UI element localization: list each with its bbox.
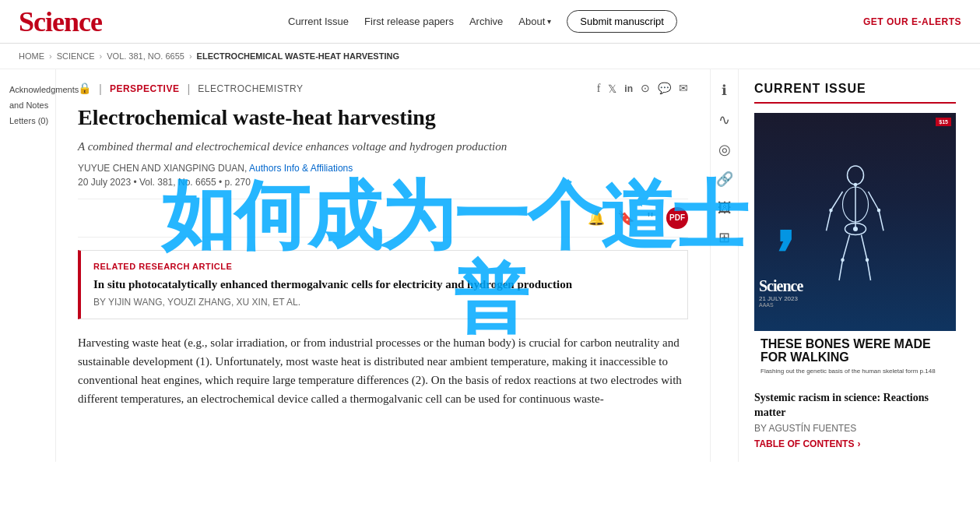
toolbar-table-icon[interactable]: ⊞ [718,229,730,246]
sidebar-article-title[interactable]: Systemic racism in science: Reactions ma… [754,391,956,419]
alert-bell-icon[interactable]: 🔔 [588,209,605,227]
reddit-icon[interactable]: ⊙ [641,82,650,95]
linkedin-icon[interactable]: in [624,83,633,94]
authors-text: YUYUE CHEN AND XIANGPING DUAN, [78,163,247,174]
lock-icon: 🔒 [78,82,91,95]
toc-arrow-icon: › [857,438,860,449]
cover-bottom-section: THESE BONES WERE MADE FOR WALKING Flashi… [754,331,956,382]
site-header: Science Current Issue First release pape… [0,0,980,44]
tag-separator-1: | [99,82,102,95]
alerts-link[interactable]: GET OUR E-ALERTS [863,16,961,27]
toolbar-link-icon[interactable]: 🔗 [716,171,733,188]
right-sidebar: CURRENT ISSUE African researchers teach … [738,69,971,462]
article-title: Electrochemical waste-heat harvesting [78,104,688,131]
chevron-down-icon: ▾ [547,17,551,26]
cover-publisher: AAAS [759,302,803,308]
cover-big-headline: THESE BONES WERE MADE FOR WALKING [760,337,950,364]
breadcrumb-sep-2: › [100,51,103,61]
svg-line-11 [867,260,871,280]
breadcrumb: HOME › SCIENCE › VOL. 381, NO. 6655 › EL… [0,44,980,69]
article-subtitle: A combined thermal and electrochemical d… [78,139,688,155]
social-icons: f 𝕏 in ⊙ 💬 ✉ [597,82,688,95]
svg-point-12 [853,183,857,187]
sidebar-article-byline: BY AGUSTÍN FUENTES [754,423,956,434]
breadcrumb-science[interactable]: SCIENCE [57,51,95,61]
toc-link[interactable]: TABLE OF CONTENTS › [754,438,956,449]
toolbar-info-icon[interactable]: ℹ [722,82,727,99]
breadcrumb-sep-1: › [49,51,52,61]
svg-line-4 [831,192,842,210]
toc-label: TABLE OF CONTENTS [754,438,854,449]
article-meta-line: 20 July 2023 • Vol. 381, No. 6655 • p. 2… [78,177,688,188]
toolbar-image-icon[interactable]: 🖼 [718,200,732,217]
cover-science-logo: Science 21 JULY 2023 AAAS [759,277,803,308]
svg-point-16 [829,209,833,213]
breadcrumb-sep-3: › [189,51,192,61]
magazine-cover[interactable]: African researchers teach AI to speak th… [754,113,956,382]
svg-point-13 [853,227,858,231]
sidebar-letters[interactable]: Letters (0) [9,116,48,125]
breadcrumb-home[interactable]: HOME [19,51,44,61]
svg-line-5 [826,210,831,231]
related-authors: BY YIJIN WANG, YOUZI ZHANG, XU XIN, ET A… [93,297,675,308]
svg-point-0 [847,166,863,185]
main-nav: Current Issue First release papers Archi… [288,10,677,33]
article-body: Harvesting waste heat (e.g., solar irrad… [78,333,688,408]
nav-first-release[interactable]: First release papers [364,16,454,27]
nav-about-dropdown[interactable]: About ▾ [518,16,551,27]
article-actions-bar: 🔔 🔖 " PDF [78,199,688,238]
svg-point-15 [865,258,869,262]
svg-line-8 [842,234,849,259]
left-sidebar: Acknowledgments and Notes Letters (0) [0,69,56,462]
cover-image-area: Science 21 JULY 2023 AAAS $15 [754,113,956,331]
svg-line-10 [861,234,867,259]
svg-line-7 [879,210,883,231]
facebook-icon[interactable]: f [597,83,601,95]
breadcrumb-vol[interactable]: VOL. 381, NO. 6655 [107,51,184,61]
cover-logo-text: Science [759,277,803,295]
email-icon[interactable]: ✉ [679,82,688,95]
submit-manuscript-button[interactable]: Submit manuscript [567,10,677,33]
cover-date: 21 JULY 2023 [759,295,803,302]
body-paragraph-1: Harvesting waste heat (e.g., solar irrad… [78,333,688,408]
svg-point-17 [876,209,880,213]
nav-about-label: About [518,16,545,27]
site-logo[interactable]: Science [19,5,102,38]
tag-separator-2: | [187,82,190,95]
skeleton-svg [820,160,890,284]
nav-archive[interactable]: Archive [469,16,503,27]
pdf-label: PDF [669,213,685,222]
right-toolbar: ℹ ∿ ◎ 🔗 🖼 ⊞ [710,69,738,462]
related-article-box: RELATED RESEARCH ARTICLE In situ photoca… [78,250,688,320]
wechat-icon[interactable]: 💬 [658,82,671,95]
authors-info-link[interactable]: Authors Info & Affiliations [249,163,353,174]
pdf-button[interactable]: PDF [666,207,688,229]
toolbar-chart-icon[interactable]: ∿ [718,111,730,128]
svg-line-9 [839,260,843,280]
main-layout: Acknowledgments and Notes Letters (0) 🔒 … [0,69,980,462]
article-area: 🔒 | PERSPECTIVE | ELECTROCHEMISTRY f 𝕏 i… [56,69,710,462]
current-issue-title: CURRENT ISSUE [754,82,956,104]
svg-line-6 [868,192,879,210]
sidebar-notes[interactable]: and Notes [9,100,48,110]
authors-line: YUYUE CHEN AND XIANGPING DUAN, Authors I… [78,163,688,174]
related-label: RELATED RESEARCH ARTICLE [93,262,675,271]
breadcrumb-current: ELECTROCHEMICAL WASTE-HEAT HARVESTING [197,51,399,61]
article-meta-top: 🔒 | PERSPECTIVE | ELECTROCHEMISTRY f 𝕏 i… [78,82,688,95]
cite-icon[interactable]: " [647,208,654,228]
tag-field[interactable]: ELECTROCHEMISTRY [198,83,303,94]
svg-point-14 [841,258,845,262]
cover-price-badge: $15 [936,118,951,126]
tag-perspective[interactable]: PERSPECTIVE [110,83,180,94]
nav-current-issue[interactable]: Current Issue [288,16,349,27]
toolbar-eye-icon[interactable]: ◎ [718,141,731,158]
related-title[interactable]: In situ photocatalytically enhanced ther… [93,277,675,293]
bookmark-icon[interactable]: 🔖 [617,209,634,227]
twitter-icon[interactable]: 𝕏 [608,83,616,95]
cover-sub-text: Flashing out the genetic basis of the hu… [760,368,950,375]
